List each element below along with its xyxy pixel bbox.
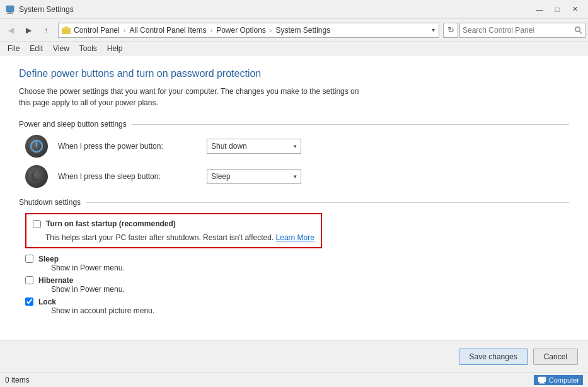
search-bar	[459, 23, 585, 38]
search-icon	[575, 26, 582, 34]
computer-status: Computer	[534, 375, 583, 385]
main-content: Define power buttons and turn on passwor…	[0, 55, 588, 340]
sleep-button-row: When I press the sleep button: Sleep ▾	[19, 165, 569, 188]
lock-sublabel: Show in account picture menu.	[51, 306, 154, 315]
menu-help[interactable]: Help	[102, 43, 128, 54]
hibernate-checkbox[interactable]	[25, 276, 33, 284]
search-input[interactable]	[463, 26, 572, 35]
address-dropdown[interactable]: ▾	[430, 26, 436, 33]
fast-startup-row: Turn on fast startup (recommended)	[33, 219, 314, 228]
fast-startup-label: Turn on fast startup (recommended)	[46, 219, 176, 228]
status-right: Computer	[534, 375, 583, 385]
breadcrumb-system-settings[interactable]: System Settings	[276, 26, 331, 35]
status-items-text: 0 items	[5, 376, 30, 384]
svg-rect-2	[7, 13, 13, 14]
lock-row: Lock Show in account picture menu.	[25, 297, 569, 315]
fast-startup-checkbox[interactable]	[33, 220, 41, 228]
power-button-label: When I press the power button:	[58, 142, 197, 151]
sleep-button-dropdown-arrow: ▾	[294, 173, 297, 180]
svg-marker-4	[62, 26, 71, 29]
power-button-icon	[25, 135, 48, 158]
learn-more-link[interactable]: Learn More	[276, 233, 314, 242]
fast-startup-box: Turn on fast startup (recommended) This …	[25, 213, 322, 248]
breadcrumb-control-panel[interactable]: Control Panel	[74, 26, 120, 35]
lock-checkbox[interactable]	[25, 297, 33, 306]
breadcrumb-power-options[interactable]: Power Options	[216, 26, 266, 35]
computer-label: Computer	[549, 376, 579, 384]
menu-tools[interactable]: Tools	[74, 43, 102, 54]
svg-point-5	[575, 26, 580, 32]
sleep-sublabel: Show in Power menu.	[51, 263, 125, 272]
svg-rect-10	[540, 382, 544, 383]
refresh-button[interactable]: ↻	[443, 23, 458, 38]
sleep-button-dropdown[interactable]: Sleep ▾	[207, 169, 301, 184]
breadcrumb-all-items[interactable]: All Control Panel Items	[129, 26, 206, 35]
svg-rect-0	[6, 6, 14, 12]
svg-rect-9	[538, 377, 546, 382]
sleep-button-label: When I press the sleep button:	[58, 172, 197, 181]
sleep-button-value: Sleep	[211, 172, 231, 181]
svg-rect-11	[539, 383, 545, 383]
power-button-dropdown[interactable]: Shut down ▾	[207, 139, 301, 154]
fast-startup-description: This helps start your PC faster after sh…	[45, 233, 314, 242]
save-changes-button[interactable]: Save changes	[459, 349, 528, 365]
page-description: Choose the power settings that you want …	[19, 86, 372, 108]
menu-bar: File Edit View Tools Help	[0, 42, 588, 55]
sleep-label: Sleep	[38, 255, 59, 263]
power-button-value: Shut down	[211, 142, 247, 151]
up-button[interactable]: ↑	[38, 22, 54, 38]
lock-label: Lock	[38, 297, 56, 306]
computer-icon	[538, 376, 546, 384]
app-icon	[5, 4, 15, 14]
svg-line-6	[580, 31, 582, 33]
nav-bar: ◀ ▶ ↑ Control Panel › All Control Panel …	[0, 19, 588, 42]
shutdown-section-header: Shutdown settings	[19, 198, 569, 207]
minimize-button[interactable]: —	[531, 3, 548, 16]
address-icon	[61, 25, 71, 35]
window-controls: — □ ✕	[531, 3, 583, 16]
menu-view[interactable]: View	[48, 43, 74, 54]
cancel-button[interactable]: Cancel	[533, 349, 578, 365]
address-bar: Control Panel › All Control Panel Items …	[58, 23, 439, 38]
menu-edit[interactable]: Edit	[25, 43, 48, 54]
sleep-row: Sleep Show in Power menu.	[25, 255, 569, 272]
svg-rect-1	[8, 12, 12, 13]
status-bar: 0 items Computer	[0, 372, 588, 387]
footer: Save changes Cancel	[0, 340, 588, 372]
hibernate-sublabel: Show in Power menu.	[51, 285, 125, 294]
sleep-checkbox[interactable]	[25, 255, 33, 263]
menu-file[interactable]: File	[3, 43, 25, 54]
maximize-button[interactable]: □	[549, 3, 565, 16]
hibernate-row: Hibernate Show in Power menu.	[25, 276, 569, 294]
power-button-dropdown-arrow: ▾	[294, 143, 297, 149]
back-button[interactable]: ◀	[3, 22, 19, 38]
forward-button[interactable]: ▶	[20, 22, 37, 38]
window-title: System Settings	[19, 5, 531, 14]
power-sleep-section-header: Power and sleep button settings	[19, 120, 569, 129]
close-button[interactable]: ✕	[567, 3, 583, 16]
page-title: Define power buttons and turn on passwor…	[19, 68, 569, 79]
power-button-row: When I press the power button: Shut down…	[19, 135, 569, 158]
sleep-button-icon	[25, 165, 48, 188]
hibernate-label: Hibernate	[38, 276, 73, 285]
title-bar: System Settings — □ ✕	[0, 0, 588, 19]
shutdown-settings: Turn on fast startup (recommended) This …	[19, 213, 569, 315]
